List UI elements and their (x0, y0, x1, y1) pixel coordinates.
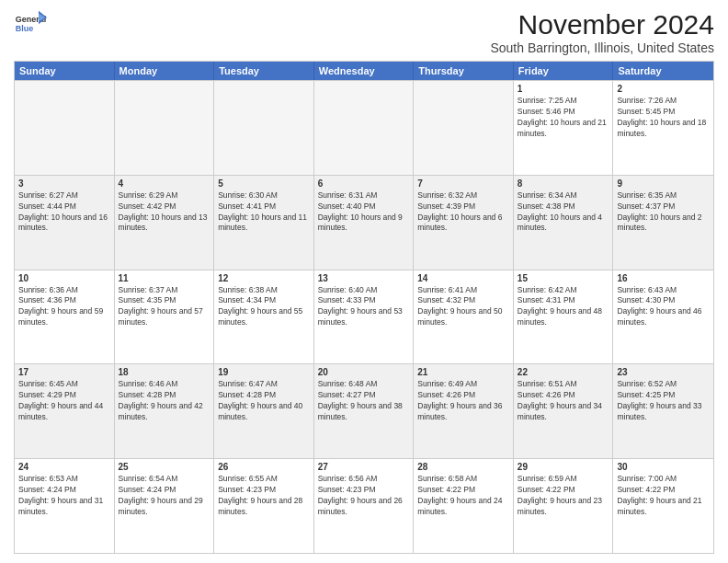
calendar-header-day: Saturday (613, 62, 713, 80)
calendar-header-day: Friday (514, 62, 614, 80)
logo: General Blue (14, 9, 47, 42)
calendar: SundayMondayTuesdayWednesdayThursdayFrid… (14, 61, 714, 554)
day-number: 25 (119, 462, 210, 472)
cell-detail: Sunrise: 6:43 AM Sunset: 4:30 PM Dayligh… (617, 285, 710, 329)
cell-detail: Sunrise: 7:25 AM Sunset: 5:46 PM Dayligh… (518, 96, 609, 140)
cell-detail: Sunrise: 6:37 AM Sunset: 4:35 PM Dayligh… (119, 285, 210, 329)
calendar-cell: 3Sunrise: 6:27 AM Sunset: 4:44 PM Daylig… (15, 176, 115, 270)
cell-detail: Sunrise: 6:32 AM Sunset: 4:39 PM Dayligh… (417, 190, 509, 235)
calendar-cell: 17Sunrise: 6:45 AM Sunset: 4:29 PM Dayli… (15, 364, 115, 458)
calendar-cell: 1Sunrise: 7:25 AM Sunset: 5:46 PM Daylig… (514, 81, 614, 175)
calendar-cell (214, 81, 314, 175)
cell-detail: Sunrise: 6:30 AM Sunset: 4:41 PM Dayligh… (218, 190, 310, 235)
calendar-cell: 24Sunrise: 6:53 AM Sunset: 4:24 PM Dayli… (15, 459, 115, 553)
calendar-cell (115, 81, 215, 175)
cell-detail: Sunrise: 6:45 AM Sunset: 4:29 PM Dayligh… (18, 379, 110, 423)
calendar-row: 3Sunrise: 6:27 AM Sunset: 4:44 PM Daylig… (15, 175, 713, 270)
page-header: General Blue November 2024 South Barring… (14, 9, 714, 55)
day-number: 23 (617, 367, 710, 377)
cell-detail: Sunrise: 7:00 AM Sunset: 4:22 PM Dayligh… (617, 474, 710, 518)
cell-detail: Sunrise: 6:31 AM Sunset: 4:40 PM Dayligh… (318, 190, 410, 235)
calendar-cell: 8Sunrise: 6:34 AM Sunset: 4:38 PM Daylig… (514, 176, 614, 270)
calendar-header-day: Monday (115, 62, 215, 80)
cell-detail: Sunrise: 6:49 AM Sunset: 4:26 PM Dayligh… (417, 379, 509, 423)
day-number: 1 (518, 84, 609, 94)
cell-detail: Sunrise: 6:52 AM Sunset: 4:25 PM Dayligh… (617, 379, 710, 423)
day-number: 4 (119, 178, 210, 189)
title-block: November 2024 South Barrington, Illinois… (490, 9, 714, 55)
cell-detail: Sunrise: 7:26 AM Sunset: 5:45 PM Dayligh… (617, 96, 710, 140)
cell-detail: Sunrise: 6:42 AM Sunset: 4:31 PM Dayligh… (518, 285, 609, 329)
calendar-cell: 16Sunrise: 6:43 AM Sunset: 4:30 PM Dayli… (613, 270, 713, 364)
calendar-cell: 19Sunrise: 6:47 AM Sunset: 4:28 PM Dayli… (214, 364, 314, 458)
day-number: 20 (318, 367, 410, 377)
calendar-cell: 27Sunrise: 6:56 AM Sunset: 4:23 PM Dayli… (314, 459, 415, 553)
calendar-header-day: Tuesday (214, 62, 314, 80)
day-number: 22 (518, 367, 609, 377)
logo-icon: General Blue (14, 9, 47, 42)
calendar-cell: 5Sunrise: 6:30 AM Sunset: 4:41 PM Daylig… (214, 176, 314, 270)
day-number: 2 (617, 84, 710, 94)
day-number: 10 (18, 273, 110, 283)
calendar-cell: 4Sunrise: 6:29 AM Sunset: 4:42 PM Daylig… (115, 176, 215, 270)
day-number: 28 (417, 462, 509, 472)
cell-detail: Sunrise: 6:59 AM Sunset: 4:22 PM Dayligh… (518, 474, 609, 518)
subtitle: South Barrington, Illinois, United State… (490, 40, 714, 55)
day-number: 13 (318, 273, 410, 283)
calendar-cell: 10Sunrise: 6:36 AM Sunset: 4:36 PM Dayli… (15, 270, 115, 364)
calendar-cell: 15Sunrise: 6:42 AM Sunset: 4:31 PM Dayli… (514, 270, 614, 364)
calendar-row: 17Sunrise: 6:45 AM Sunset: 4:29 PM Dayli… (15, 363, 713, 458)
day-number: 15 (518, 273, 609, 283)
calendar-cell: 6Sunrise: 6:31 AM Sunset: 4:40 PM Daylig… (314, 176, 415, 270)
calendar-cell: 25Sunrise: 6:54 AM Sunset: 4:24 PM Dayli… (115, 459, 215, 553)
calendar-cell: 18Sunrise: 6:46 AM Sunset: 4:28 PM Dayli… (115, 364, 215, 458)
calendar-cell: 13Sunrise: 6:40 AM Sunset: 4:33 PM Dayli… (314, 270, 415, 364)
calendar-cell (414, 81, 514, 175)
cell-detail: Sunrise: 6:38 AM Sunset: 4:34 PM Dayligh… (218, 285, 310, 329)
cell-detail: Sunrise: 6:27 AM Sunset: 4:44 PM Dayligh… (18, 190, 110, 235)
cell-detail: Sunrise: 6:46 AM Sunset: 4:28 PM Dayligh… (119, 379, 210, 423)
day-number: 5 (218, 178, 310, 189)
day-number: 24 (18, 462, 110, 472)
day-number: 9 (617, 178, 710, 189)
calendar-cell: 29Sunrise: 6:59 AM Sunset: 4:22 PM Dayli… (514, 459, 614, 553)
cell-detail: Sunrise: 6:29 AM Sunset: 4:42 PM Dayligh… (119, 190, 210, 235)
calendar-header-day: Sunday (15, 62, 115, 80)
calendar-cell: 9Sunrise: 6:35 AM Sunset: 4:37 PM Daylig… (613, 176, 713, 270)
calendar-cell: 12Sunrise: 6:38 AM Sunset: 4:34 PM Dayli… (214, 270, 314, 364)
day-number: 3 (18, 178, 110, 189)
cell-detail: Sunrise: 6:58 AM Sunset: 4:22 PM Dayligh… (417, 474, 509, 518)
calendar-row: 24Sunrise: 6:53 AM Sunset: 4:24 PM Dayli… (15, 458, 713, 553)
svg-text:Blue: Blue (16, 24, 34, 33)
calendar-row: 1Sunrise: 7:25 AM Sunset: 5:46 PM Daylig… (15, 80, 713, 175)
cell-detail: Sunrise: 6:40 AM Sunset: 4:33 PM Dayligh… (318, 285, 410, 329)
calendar-cell: 23Sunrise: 6:52 AM Sunset: 4:25 PM Dayli… (613, 364, 713, 458)
calendar-cell (314, 81, 415, 175)
day-number: 21 (417, 367, 509, 377)
day-number: 18 (119, 367, 210, 377)
cell-detail: Sunrise: 6:47 AM Sunset: 4:28 PM Dayligh… (218, 379, 310, 423)
day-number: 30 (617, 462, 710, 472)
calendar-header: SundayMondayTuesdayWednesdayThursdayFrid… (15, 62, 713, 80)
calendar-cell: 26Sunrise: 6:55 AM Sunset: 4:23 PM Dayli… (214, 459, 314, 553)
day-number: 7 (417, 178, 509, 189)
day-number: 26 (218, 462, 310, 472)
cell-detail: Sunrise: 6:51 AM Sunset: 4:26 PM Dayligh… (518, 379, 609, 423)
day-number: 14 (417, 273, 509, 283)
calendar-body: 1Sunrise: 7:25 AM Sunset: 5:46 PM Daylig… (15, 80, 713, 553)
calendar-row: 10Sunrise: 6:36 AM Sunset: 4:36 PM Dayli… (15, 270, 713, 364)
day-number: 19 (218, 367, 310, 377)
calendar-header-day: Thursday (414, 62, 514, 80)
day-number: 11 (119, 273, 210, 283)
calendar-cell: 22Sunrise: 6:51 AM Sunset: 4:26 PM Dayli… (514, 364, 614, 458)
calendar-cell: 20Sunrise: 6:48 AM Sunset: 4:27 PM Dayli… (314, 364, 415, 458)
cell-detail: Sunrise: 6:35 AM Sunset: 4:37 PM Dayligh… (617, 190, 710, 235)
cell-detail: Sunrise: 6:53 AM Sunset: 4:24 PM Dayligh… (18, 474, 110, 518)
cell-detail: Sunrise: 6:48 AM Sunset: 4:27 PM Dayligh… (318, 379, 410, 423)
cell-detail: Sunrise: 6:41 AM Sunset: 4:32 PM Dayligh… (417, 285, 509, 329)
calendar-cell (15, 81, 115, 175)
cell-detail: Sunrise: 6:55 AM Sunset: 4:23 PM Dayligh… (218, 474, 310, 518)
calendar-cell: 14Sunrise: 6:41 AM Sunset: 4:32 PM Dayli… (414, 270, 514, 364)
page: General Blue November 2024 South Barring… (0, 0, 728, 563)
calendar-cell: 11Sunrise: 6:37 AM Sunset: 4:35 PM Dayli… (115, 270, 215, 364)
